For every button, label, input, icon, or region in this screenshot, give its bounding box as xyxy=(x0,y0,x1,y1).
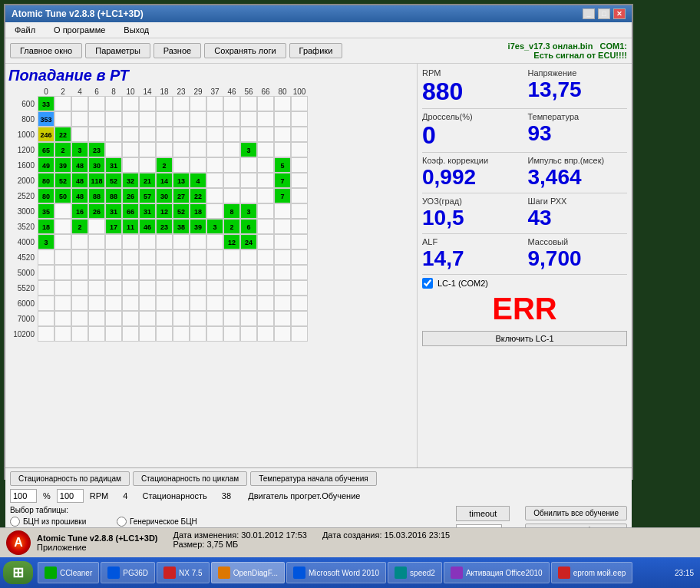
cell-9-14[interactable] xyxy=(274,234,291,249)
cell-13-15[interactable] xyxy=(291,296,308,311)
cell-10-1[interactable] xyxy=(54,249,71,265)
cell-8-4[interactable]: 17 xyxy=(105,219,122,234)
cell-6-13[interactable] xyxy=(257,188,274,203)
cell-15-10[interactable] xyxy=(206,326,223,342)
cell-15-4[interactable] xyxy=(105,326,122,342)
cell-12-2[interactable] xyxy=(71,280,88,296)
cell-9-5[interactable] xyxy=(122,234,139,249)
cell-10-2[interactable] xyxy=(71,249,88,265)
cell-0-11[interactable] xyxy=(223,96,240,111)
cell-1-5[interactable] xyxy=(122,111,139,127)
cell-2-11[interactable] xyxy=(223,127,240,142)
cell-2-2[interactable] xyxy=(71,127,88,142)
cell-13-11[interactable] xyxy=(223,296,240,311)
cell-10-5[interactable] xyxy=(122,249,139,265)
cell-4-7[interactable]: 2 xyxy=(156,157,173,173)
cell-6-12[interactable] xyxy=(240,188,257,203)
cell-5-2[interactable]: 48 xyxy=(71,173,88,188)
cell-8-15[interactable] xyxy=(291,219,308,234)
cell-0-12[interactable] xyxy=(240,96,257,111)
cell-7-10[interactable] xyxy=(206,203,223,219)
cell-8-2[interactable]: 2 xyxy=(71,219,88,234)
cell-14-11[interactable] xyxy=(223,311,240,326)
lc1-enable-button[interactable]: Включить LC-1 xyxy=(422,331,627,346)
cell-15-15[interactable] xyxy=(291,326,308,342)
cell-10-8[interactable] xyxy=(173,249,190,265)
cell-0-4[interactable] xyxy=(105,96,122,111)
cell-5-3[interactable]: 118 xyxy=(88,173,105,188)
cell-14-15[interactable] xyxy=(291,311,308,326)
taskbar-speed2[interactable]: speed2 xyxy=(388,562,442,583)
cell-9-11[interactable]: 12 xyxy=(223,234,240,249)
cell-14-1[interactable] xyxy=(54,311,71,326)
cell-5-8[interactable]: 13 xyxy=(173,173,190,188)
cell-11-8[interactable] xyxy=(173,265,190,280)
lc1-checkbox[interactable] xyxy=(422,278,433,289)
misc-button[interactable]: Разное xyxy=(154,43,201,58)
temp-start-button[interactable]: Температура начала обучения xyxy=(250,471,377,486)
cell-11-11[interactable] xyxy=(223,265,240,280)
cell-1-0[interactable]: 353 xyxy=(38,111,54,127)
cell-15-13[interactable] xyxy=(257,326,274,342)
cell-10-6[interactable] xyxy=(139,249,156,265)
cell-0-14[interactable] xyxy=(274,96,291,111)
cell-1-7[interactable] xyxy=(156,111,173,127)
cell-2-0[interactable]: 246 xyxy=(38,127,54,142)
cell-4-12[interactable] xyxy=(240,157,257,173)
cell-15-5[interactable] xyxy=(122,326,139,342)
cell-7-7[interactable]: 12 xyxy=(156,203,173,219)
cell-5-7[interactable]: 14 xyxy=(156,173,173,188)
cell-6-11[interactable] xyxy=(223,188,240,203)
cell-2-15[interactable] xyxy=(291,127,308,142)
stac-cyc-button[interactable]: Стационарность по циклам xyxy=(133,471,247,486)
cell-11-1[interactable] xyxy=(54,265,71,280)
cell-15-14[interactable] xyxy=(274,326,291,342)
cell-15-0[interactable] xyxy=(38,326,54,342)
cell-3-11[interactable] xyxy=(223,142,240,157)
cell-14-12[interactable] xyxy=(240,311,257,326)
cell-6-5[interactable]: 26 xyxy=(122,188,139,203)
cell-5-12[interactable] xyxy=(240,173,257,188)
cell-13-0[interactable] xyxy=(38,296,54,311)
cell-2-4[interactable] xyxy=(105,127,122,142)
cell-4-13[interactable] xyxy=(257,157,274,173)
cell-1-1[interactable] xyxy=(54,111,71,127)
cell-1-6[interactable] xyxy=(139,111,156,127)
cell-0-0[interactable]: 33 xyxy=(38,96,54,111)
cell-11-4[interactable] xyxy=(105,265,122,280)
cell-5-5[interactable]: 32 xyxy=(122,173,139,188)
pct2-input[interactable] xyxy=(57,489,84,503)
cell-15-7[interactable] xyxy=(156,326,173,342)
cell-9-8[interactable] xyxy=(173,234,190,249)
cell-8-7[interactable]: 23 xyxy=(156,219,173,234)
cell-9-12[interactable]: 24 xyxy=(240,234,257,249)
cell-8-3[interactable] xyxy=(88,219,105,234)
cell-7-2[interactable]: 16 xyxy=(71,203,88,219)
cell-2-14[interactable] xyxy=(274,127,291,142)
cell-4-0[interactable]: 49 xyxy=(38,157,54,173)
cell-9-4[interactable] xyxy=(105,234,122,249)
cell-2-10[interactable] xyxy=(206,127,223,142)
cell-14-10[interactable] xyxy=(206,311,223,326)
cell-10-13[interactable] xyxy=(257,249,274,265)
cell-12-8[interactable] xyxy=(173,280,190,296)
cell-12-13[interactable] xyxy=(257,280,274,296)
cell-13-1[interactable] xyxy=(54,296,71,311)
cell-3-9[interactable] xyxy=(190,142,206,157)
graphs-button[interactable]: Графики xyxy=(289,43,343,58)
cell-9-9[interactable] xyxy=(190,234,206,249)
menu-exit[interactable]: Выход xyxy=(117,24,155,36)
cell-1-14[interactable] xyxy=(274,111,291,127)
cell-0-8[interactable] xyxy=(173,96,190,111)
cell-8-10[interactable]: 3 xyxy=(206,219,223,234)
save-logs-button[interactable]: Сохранять логи xyxy=(204,43,286,58)
taskbar-ccleaner[interactable]: CCleaner xyxy=(38,562,99,583)
cell-10-11[interactable] xyxy=(223,249,240,265)
cell-10-0[interactable] xyxy=(38,249,54,265)
cell-14-9[interactable] xyxy=(190,311,206,326)
cell-6-15[interactable] xyxy=(291,188,308,203)
cell-5-1[interactable]: 52 xyxy=(54,173,71,188)
radio-gen-bcn[interactable]: Генерическое БЦН xyxy=(117,517,214,527)
cell-14-0[interactable] xyxy=(38,311,54,326)
cell-7-14[interactable] xyxy=(274,203,291,219)
